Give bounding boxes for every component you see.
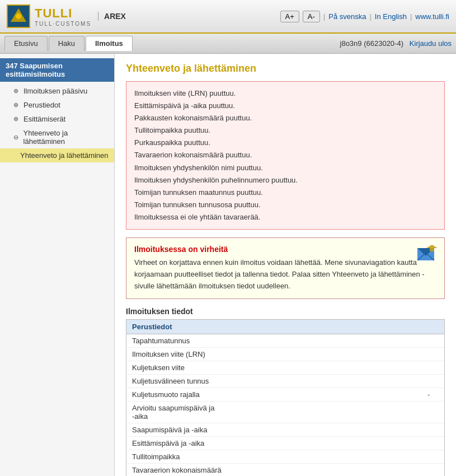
- value-tavaraerion: [427, 466, 439, 474]
- info-row-tapahtumatunnus: Tapahtumatunnus: [126, 334, 444, 348]
- perustiedot-header: Perustiedot: [126, 320, 444, 334]
- logo-area: TULLI TULL·CUSTOMS AREX: [7, 4, 126, 28]
- label-kuljetusmuoto: Kuljetusmuoto rajalla: [132, 390, 422, 399]
- value-lrn: [427, 350, 439, 358]
- error-item-1: Esittämispäivä ja -aika puuttuu.: [134, 100, 436, 112]
- error-notice-text: Virheet on korjattava ennen kuin ilmoitu…: [134, 257, 436, 292]
- info-row-esittamispaiva: Esittämispäivä ja -aika: [126, 437, 444, 450]
- logo-title: TULLI: [35, 6, 91, 21]
- info-row-kuljetusmuoto: Kuljetusmuoto rajalla -: [126, 388, 444, 402]
- error-notice: Ilmoituksessa on virheitä Virheet on kor…: [126, 237, 445, 299]
- logo-subtitle: TULL·CUSTOMS: [35, 21, 91, 27]
- error-item-6: Ilmoituksen yhdyshenkilön nimi puuttuu.: [134, 162, 436, 174]
- envelope-icon: [416, 244, 439, 266]
- tab-ilmoitus[interactable]: Ilmoitus: [86, 36, 133, 51]
- tulli-link[interactable]: www.tulli.fi: [415, 12, 449, 21]
- header-right: A+ A- | På svenska | In English | www.tu…: [280, 11, 449, 22]
- header-sep1: |: [323, 12, 325, 21]
- expand-icon-yhteenveto: ⊖: [13, 134, 20, 141]
- value-kuljetuksen-viite: [427, 363, 439, 372]
- error-notice-title: Ilmoituksessa on virheitä: [134, 245, 436, 254]
- user-id: j8o3n9 (6623020-4): [340, 39, 403, 48]
- info-row-arvioitu: Arvioitu saapumispäivä ja-aika: [126, 402, 444, 423]
- error-item-10: Ilmoituksessa ei ole yhtään tavaraerää.: [134, 211, 436, 223]
- error-item-3: Tullitoimpaikka puuttuu.: [134, 124, 436, 137]
- sidebar-sub-yhteenveto[interactable]: Yhteenveto ja lähettäminen: [0, 148, 114, 162]
- ilmoituksen-tiedot-title: Ilmoituksen tiedot: [126, 307, 445, 316]
- tab-etusivu[interactable]: Etusivu: [4, 36, 48, 51]
- info-row-saapumispaiva: Saapumispäivä ja -aika: [126, 423, 444, 437]
- label-tapahtumatunnus: Tapahtumatunnus: [132, 337, 422, 345]
- info-row-kuljetuksen-viite: Kuljetuksen viite: [126, 361, 444, 375]
- value-tapahtumatunnus: [427, 337, 439, 345]
- error-item-8: Toimijan tunnuksen maatunnus puuttuu.: [134, 186, 436, 199]
- label-lrn: Ilmoituksen viite (LRN): [132, 350, 422, 358]
- tab-haku[interactable]: Haku: [49, 36, 84, 51]
- header-sep2: |: [369, 12, 371, 21]
- error-item-4: Purkauspaikka puuttuu.: [134, 137, 436, 149]
- nav-tabs: Etusivu Haku Ilmoitus: [4, 36, 133, 51]
- font-decrease-button[interactable]: A-: [303, 11, 320, 22]
- svg-point-2: [16, 13, 21, 19]
- value-esittamispaiva: [427, 439, 439, 447]
- error-item-2: Pakkausten kokonaismäärä puuttuu.: [134, 112, 436, 124]
- english-link[interactable]: In English: [375, 12, 407, 21]
- swedish-link[interactable]: På svenska: [328, 12, 366, 21]
- value-tullitoimpaikka: [427, 452, 439, 461]
- label-kuljetuksen-viite: Kuljetuksen viite: [132, 363, 422, 372]
- sidebar-label-yhteenveto: Yhteenveto ja lähettäminen: [23, 129, 109, 146]
- error-item-0: Ilmoituksen viite (LRN) puuttuu.: [134, 87, 436, 100]
- sidebar-label-esittamiserat: Esittämiserät: [23, 115, 65, 123]
- font-increase-button[interactable]: A+: [280, 11, 299, 22]
- expand-icon-perustiedot: ⊕: [13, 101, 20, 109]
- info-row-tavaraerion: Tavaraerion kokonaismäärä: [126, 464, 444, 476]
- label-arvioitu: Arvioitu saapumispäivä ja-aika: [132, 404, 422, 421]
- error-item-7: Ilmoituksen yhdyshenkilön puhelinnumero …: [134, 174, 436, 186]
- sidebar-label-perustiedot: Perustiedot: [23, 101, 60, 109]
- label-saapumispaiva: Saapumispäivä ja -aika: [132, 426, 422, 434]
- value-kuljetusmuoto: -: [427, 390, 439, 399]
- logout-link[interactable]: Kirjaudu ulos: [410, 39, 452, 48]
- page-title: Yhteenveto ja lähettäminen: [126, 63, 445, 74]
- label-tavaraerion: Tavaraerion kokonaismäärä: [132, 466, 422, 474]
- user-info: j8o3n9 (6623020-4) Kirjaudu ulos: [340, 39, 452, 48]
- expand-icon-esittamiserat: ⊕: [13, 115, 20, 123]
- label-tullitoimpaikka: Tullitoimpaikka: [132, 452, 422, 461]
- error-item-5: Tavaraerion kokonaismäärä puuttuu.: [134, 149, 436, 161]
- label-esittamispaiva: Esittämispäivä ja -aika: [132, 439, 422, 447]
- logo-icon: [7, 4, 30, 28]
- logo-text: TULLI TULL·CUSTOMS: [35, 6, 91, 27]
- sidebar-item-perustiedot[interactable]: ⊕ Perustiedot: [0, 98, 114, 112]
- error-list-box: Ilmoituksen viite (LRN) puuttuu. Esittäm…: [126, 81, 445, 230]
- navbar: Etusivu Haku Ilmoitus j8o3n9 (6623020-4)…: [0, 34, 456, 54]
- value-arvioitu: [427, 404, 439, 421]
- header: TULLI TULL·CUSTOMS AREX A+ A- | På svens…: [0, 0, 456, 34]
- sidebar: 347 Saapumisen esittämisilmoitus ⊕ Ilmoi…: [0, 54, 115, 476]
- content: Yhteenveto ja lähettäminen Ilmoituksen v…: [115, 54, 456, 476]
- header-sep3: |: [410, 12, 412, 21]
- main: 347 Saapumisen esittämisilmoitus ⊕ Ilmoi…: [0, 54, 456, 476]
- sidebar-item-esittamiserat[interactable]: ⊕ Esittämiserät: [0, 112, 114, 126]
- sidebar-item-paasivu[interactable]: ⊕ Ilmoituksen pääsivu: [0, 84, 114, 98]
- sidebar-label-paasivu: Ilmoituksen pääsivu: [23, 87, 87, 95]
- sidebar-title: 347 Saapumisen esittämisilmoitus: [0, 58, 114, 82]
- sidebar-item-yhteenveto[interactable]: ⊖ Yhteenveto ja lähettäminen: [0, 126, 114, 148]
- arex-label: AREX: [98, 12, 126, 21]
- info-row-tullitoimpaikka: Tullitoimpaikka: [126, 450, 444, 464]
- info-row-kuljetusvalineen: Kuljetusvälineen tunnus: [126, 375, 444, 388]
- sidebar-sub-label-yhteenveto: Yhteenveto ja lähettäminen: [20, 151, 109, 160]
- label-kuljetusvalineen: Kuljetusvälineen tunnus: [132, 377, 422, 385]
- expand-icon-paasivu: ⊕: [13, 87, 20, 95]
- error-item-9: Toimijan tunnuksen tunnusosa puuttuu.: [134, 199, 436, 211]
- value-kuljetusvalineen: [427, 377, 439, 385]
- perustiedot-section: Perustiedot Tapahtumatunnus Ilmoituksen …: [126, 319, 445, 476]
- value-saapumispaiva: [427, 426, 439, 434]
- info-row-lrn: Ilmoituksen viite (LRN): [126, 348, 444, 361]
